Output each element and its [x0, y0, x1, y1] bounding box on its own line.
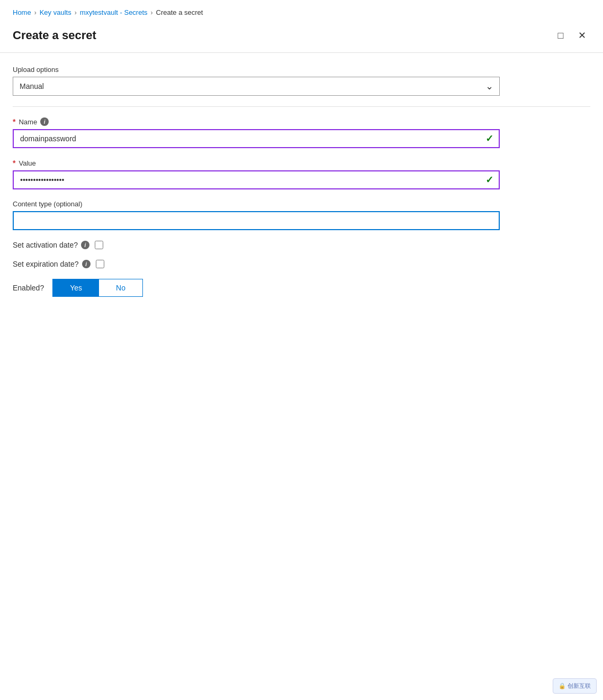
- expiration-date-group: Set expiration date? i: [13, 260, 590, 268]
- upload-options-select[interactable]: Manual Certificate: [13, 77, 500, 96]
- divider-1: [13, 106, 590, 107]
- value-required-star: *: [13, 159, 15, 167]
- value-input-wrapper: ✓: [13, 170, 500, 189]
- upload-options-wrapper: Manual Certificate: [13, 77, 500, 96]
- content-type-input[interactable]: [13, 211, 500, 230]
- name-info-icon: i: [40, 117, 49, 126]
- expiration-date-label: Set expiration date? i: [13, 260, 91, 268]
- name-label: * Name i: [13, 117, 590, 126]
- breadcrumb-current: Create a secret: [156, 8, 203, 16]
- close-button[interactable]: ✕: [573, 27, 590, 44]
- breadcrumb: Home › Key vaults › mxytestvault - Secre…: [0, 0, 603, 23]
- upload-options-label: Upload options: [13, 66, 590, 74]
- activation-info-icon: i: [81, 241, 89, 249]
- close-icon: ✕: [578, 30, 586, 41]
- value-input[interactable]: [13, 170, 500, 189]
- value-check-icon: ✓: [485, 174, 493, 186]
- value-label: * Value: [13, 159, 590, 167]
- breadcrumb-sep-1: ›: [34, 9, 37, 16]
- name-input[interactable]: [13, 129, 500, 148]
- content-type-group: Content type (optional): [13, 200, 590, 230]
- breadcrumb-home[interactable]: Home: [13, 8, 31, 16]
- enabled-label: Enabled?: [13, 284, 44, 292]
- name-group: * Name i ✓: [13, 117, 590, 148]
- activation-date-group: Set activation date? i: [13, 241, 590, 249]
- value-group: * Value ✓: [13, 159, 590, 189]
- name-check-icon: ✓: [485, 133, 493, 144]
- page-title: Create a secret: [13, 29, 96, 42]
- name-required-star: *: [13, 117, 15, 126]
- breadcrumb-vault[interactable]: mxytestvault - Secrets: [80, 8, 148, 16]
- breadcrumb-sep-2: ›: [75, 9, 77, 16]
- minimize-icon: □: [558, 30, 564, 41]
- expiration-date-checkbox[interactable]: [96, 260, 104, 268]
- enabled-no-button[interactable]: No: [99, 279, 142, 296]
- enabled-yes-button[interactable]: Yes: [53, 279, 99, 296]
- upload-options-group: Upload options Manual Certificate: [13, 66, 590, 96]
- breadcrumb-keyvaults[interactable]: Key vaults: [40, 8, 71, 16]
- name-input-wrapper: ✓: [13, 129, 500, 148]
- breadcrumb-sep-3: ›: [151, 9, 153, 16]
- expiration-info-icon: i: [82, 260, 91, 268]
- enabled-group: Enabled? Yes No: [13, 279, 590, 297]
- header-actions: □ ✕: [552, 27, 590, 44]
- content-type-label: Content type (optional): [13, 200, 590, 208]
- minimize-button[interactable]: □: [552, 27, 569, 44]
- watermark: 🔒 创新互联: [553, 678, 597, 694]
- form-body: Upload options Manual Certificate * Name…: [0, 53, 603, 320]
- panel-header: Create a secret □ ✕: [0, 23, 603, 53]
- activation-date-label: Set activation date? i: [13, 241, 89, 249]
- enabled-toggle: Yes No: [52, 279, 143, 297]
- activation-date-checkbox[interactable]: [95, 241, 103, 249]
